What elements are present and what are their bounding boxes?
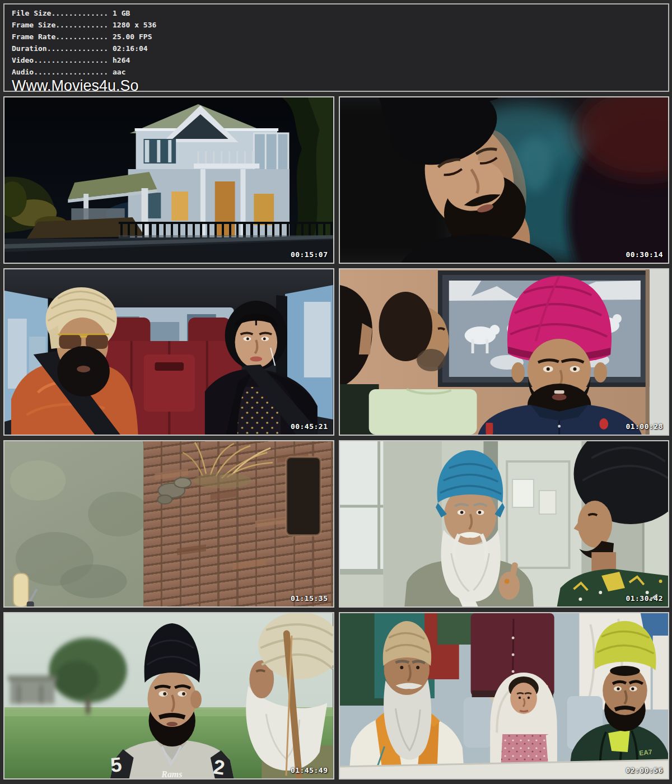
screenshot-cell-8: EA7 02:00:56	[339, 612, 670, 780]
timestamp: 00:15:07	[291, 250, 328, 259]
scene-car-interior	[4, 269, 333, 435]
timestamp: 00:45:21	[291, 422, 328, 431]
screenshot-cell-5: 01:15:35	[3, 440, 334, 608]
info-line-frame-size: Frame Size............1280 x 536	[12, 19, 662, 31]
scene-stands: EA7	[340, 613, 669, 778]
hoodie-logo: EA7	[638, 748, 652, 757]
dot-leader: ............	[55, 32, 108, 41]
screenshot-cell-6: 01:30:42	[339, 440, 670, 608]
dot-leader: .................	[34, 56, 108, 64]
info-label: Audio	[12, 68, 34, 76]
jersey-brand: Rams	[161, 769, 182, 778]
dot-leader: .................	[34, 68, 108, 76]
info-line-duration: Duration..............02:16:04	[12, 43, 662, 54]
info-line-frame-rate: Frame Rate............25.00 FPS	[12, 31, 662, 43]
info-value: h264	[108, 56, 130, 64]
info-value: 25.00 FPS	[108, 32, 152, 41]
info-value: 1 GB	[108, 9, 130, 17]
info-label: Duration	[12, 44, 47, 53]
screenshot-cell-2: 00:30:14	[339, 96, 670, 264]
info-value: 1280 x 536	[108, 21, 156, 29]
timestamp: 01:15:35	[291, 594, 328, 603]
info-value: 02:16:04	[108, 44, 147, 53]
jersey-number-left: 5	[110, 753, 123, 777]
screenshot-grid: 00:15:07	[3, 96, 669, 780]
dot-leader: ............	[55, 21, 108, 29]
timestamp: 02:00:56	[626, 766, 663, 774]
info-line-audio: Audio.................aac	[12, 66, 662, 78]
info-label: File Size	[12, 9, 51, 17]
doorway	[286, 457, 321, 535]
scene-pink-turban	[340, 269, 669, 435]
info-line-file-size: File Size.............1 GB	[12, 7, 662, 19]
timestamp: 00:30:14	[626, 250, 663, 259]
info-value: aac	[108, 68, 125, 76]
media-info-panel: File Size.............1 GB Frame Size...…	[3, 3, 669, 92]
timestamp: 01:45:49	[291, 766, 328, 774]
info-label: Frame Size	[12, 21, 55, 29]
scene-house-night	[4, 97, 333, 263]
screenshot-preview-page: File Size.............1 GB Frame Size...…	[0, 0, 672, 784]
scene-field: 2 5 Rams	[4, 613, 333, 778]
dot-leader: ..............	[47, 44, 109, 53]
scene-blue-turban-elder	[340, 441, 669, 606]
site-watermark: Www.Movies4u.So	[12, 78, 662, 92]
timestamp: 01:30:42	[626, 594, 663, 603]
screenshot-cell-7: 2 5 Rams	[3, 612, 334, 780]
info-line-video: Video.................h264	[12, 54, 662, 66]
screenshot-cell-3: 00:45:21	[3, 268, 334, 436]
screenshot-cell-1: 00:15:07	[3, 96, 334, 264]
polo-logo	[599, 418, 608, 430]
info-label: Frame Rate	[12, 32, 55, 41]
screenshot-cell-4: 01:00:28	[339, 268, 670, 436]
dot-leader: .............	[51, 9, 108, 17]
timestamp: 01:00:28	[626, 422, 663, 431]
scene-brick-wall	[4, 441, 333, 606]
info-label: Video	[12, 56, 34, 64]
scene-face-closeup	[340, 97, 669, 263]
